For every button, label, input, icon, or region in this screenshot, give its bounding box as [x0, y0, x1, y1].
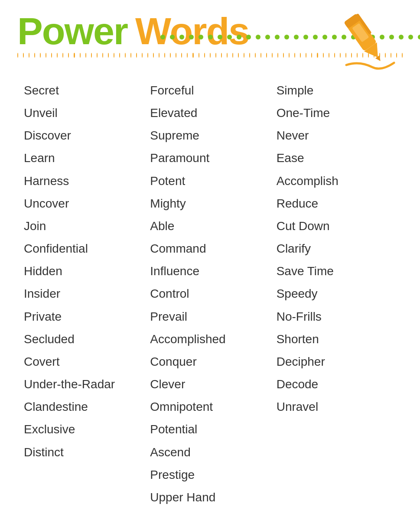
dot [265, 35, 270, 39]
word-item: Ascend [150, 441, 276, 464]
dot [142, 53, 143, 58]
word-item: Decode [277, 373, 403, 396]
word-item: Insider [24, 283, 150, 305]
word-item: Control [150, 283, 276, 305]
dot [68, 53, 69, 58]
dot [277, 53, 278, 58]
word-item: Clandestine [24, 396, 150, 418]
word-column-1: SecretUnveilDiscoverLearnHarnessUncoverJ… [24, 79, 150, 509]
word-item: Upper Hand [150, 486, 276, 509]
dot [306, 53, 306, 58]
dot [170, 53, 171, 58]
title-power: Power [17, 12, 127, 50]
word-item: Secluded [24, 328, 150, 351]
word-item: Reduce [277, 192, 403, 215]
dot [29, 53, 29, 58]
word-item: Join [24, 215, 150, 237]
word-item: Conquer [150, 351, 276, 373]
word-item: Able [150, 215, 276, 237]
word-item: Under-the-Radar [24, 373, 150, 396]
dot [272, 53, 273, 58]
dot [317, 53, 318, 58]
dot [208, 35, 213, 39]
dot [23, 53, 24, 58]
word-item: Shorten [277, 328, 403, 351]
word-item: Omnipotent [150, 396, 276, 418]
word-item: Unveil [24, 102, 150, 124]
word-item: Never [277, 124, 403, 147]
dot [329, 53, 329, 58]
dot [238, 53, 239, 58]
dot [204, 53, 205, 58]
dot [210, 53, 211, 58]
dot [227, 35, 232, 39]
dot [266, 53, 267, 58]
word-item: Distinct [24, 441, 150, 464]
dot [289, 53, 290, 58]
dot [136, 53, 137, 58]
dot [57, 53, 58, 58]
word-item: No-Frills [277, 306, 403, 328]
dot [181, 53, 182, 58]
dot [170, 35, 175, 39]
dot [232, 53, 233, 58]
dot [244, 53, 244, 58]
word-item: Clever [150, 373, 276, 396]
dot [249, 53, 250, 58]
dot [160, 35, 165, 39]
dot [176, 53, 176, 58]
dot [40, 53, 41, 58]
dot [108, 53, 109, 58]
dot [46, 53, 46, 58]
word-item: Simple [277, 79, 403, 102]
word-item: Unravel [277, 396, 403, 418]
dot [125, 53, 126, 58]
dot [408, 35, 413, 39]
words-container: SecretUnveilDiscoverLearnHarnessUncoverJ… [0, 62, 420, 520]
dot [227, 53, 228, 58]
dot [275, 35, 280, 39]
dot [256, 35, 260, 39]
dot [114, 53, 114, 58]
word-item: Elevated [150, 102, 276, 124]
word-item: Covert [24, 351, 150, 373]
dot [179, 35, 184, 39]
word-item: Accomplished [150, 328, 276, 351]
dot [62, 53, 63, 58]
dot [189, 35, 194, 39]
word-item: Exclusive [24, 418, 150, 441]
dot [221, 53, 222, 58]
word-item: Clarify [277, 237, 403, 260]
pen-icon [333, 9, 403, 78]
dot [192, 53, 193, 58]
header: Power [0, 0, 420, 58]
dot [91, 53, 92, 58]
dot [17, 53, 18, 58]
word-item: Forceful [150, 79, 276, 102]
word-item: Learn [24, 147, 150, 169]
title-words: Words [135, 12, 249, 50]
dot [130, 53, 131, 58]
word-item: Paramount [150, 147, 276, 169]
word-item: Prestige [150, 464, 276, 486]
dot [187, 53, 188, 58]
dot [85, 53, 86, 58]
word-item: Save Time [277, 260, 403, 283]
dot [418, 35, 420, 39]
dot [284, 35, 289, 39]
dot [255, 53, 256, 58]
word-item: Hidden [24, 260, 150, 283]
word-item: Cut Down [277, 215, 403, 237]
dot [147, 53, 148, 58]
word-item: Private [24, 306, 150, 328]
dot [300, 53, 301, 58]
dot [311, 53, 312, 58]
dot [303, 35, 308, 39]
dot [159, 53, 160, 58]
dot [313, 35, 318, 39]
word-column-3: SimpleOne-TimeNeverEaseAccomplishReduceC… [277, 79, 403, 509]
word-item: Speedy [277, 283, 403, 305]
word-item: Decipher [277, 351, 403, 373]
dot [97, 53, 98, 58]
dot [102, 53, 103, 58]
